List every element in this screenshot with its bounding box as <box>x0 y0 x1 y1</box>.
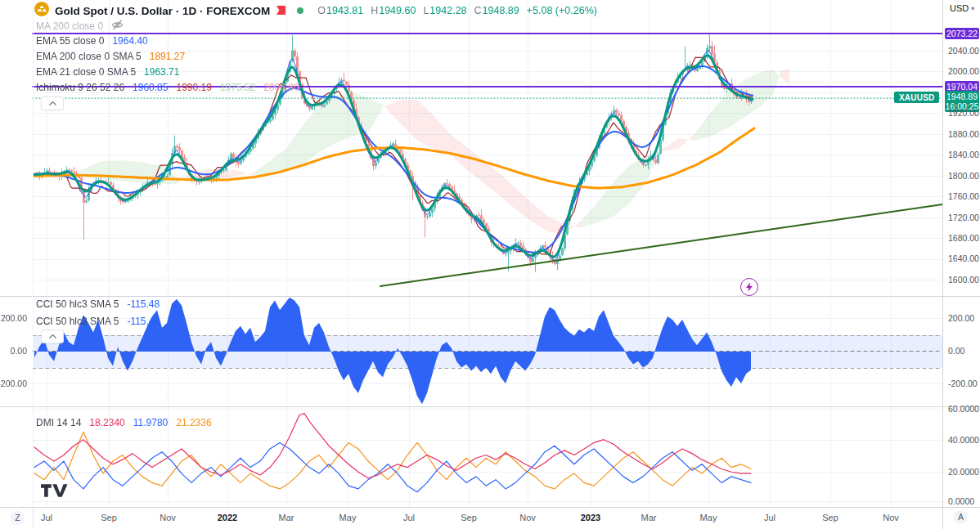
legend-row-dmi[interactable]: DMI 14 14 18.2340 11.9780 21.2336 <box>36 416 212 429</box>
auto-scale-button[interactable]: A <box>954 510 968 524</box>
price-tick-label: 1720.00 <box>948 213 979 222</box>
legend-row-cci-1[interactable]: CCI 50 hlc3 SMA 5 -115.48 <box>36 298 160 311</box>
price-tick-label: 1800.00 <box>948 171 979 181</box>
open-label: O <box>317 5 326 16</box>
adx-value: 18.2340 <box>89 417 124 428</box>
indicator-title: Ichimoku 9 26 52 26 <box>36 82 124 93</box>
pane-separator <box>943 296 980 297</box>
indicator-value: 1963.71 <box>144 66 179 78</box>
time-tick-label: Jul <box>752 513 788 522</box>
low-value: 1942.28 <box>429 5 466 16</box>
time-tick-label: May <box>330 513 366 522</box>
price-tick-label: 1840.00 <box>948 150 979 159</box>
chart-canvas[interactable] <box>0 0 980 529</box>
price-tick-label: -200.00 <box>948 379 978 388</box>
cci-tick-label: -200.00 <box>0 379 27 388</box>
price-tick-label: 0.0000 <box>948 496 974 506</box>
senkou-a-value: 1975.52 <box>220 82 255 93</box>
price-tick-label: 60.0000 <box>948 404 979 414</box>
timezone-button[interactable]: Z <box>11 511 25 525</box>
time-tick-label: Mar <box>631 513 667 522</box>
cci-left-axis: 200.000.00-200.00 <box>0 0 29 507</box>
eye-off-icon[interactable] <box>111 19 124 34</box>
symbol-price-tag: XAUUSD <box>894 92 939 103</box>
indicator-title: CCI 50 hlc3 SMA 5 <box>36 298 119 310</box>
change-value: +5.08 (+0.26%) <box>527 5 597 16</box>
time-tick-label: Nov <box>510 513 546 522</box>
price-tick-label: 2000.00 <box>948 66 979 76</box>
price-tick-label: 200.00 <box>948 313 974 323</box>
lightning-icon <box>746 282 753 292</box>
minus-di-value: 21.2336 <box>176 417 211 428</box>
indicator-title: MA 200 close 0 <box>36 20 103 32</box>
indicator-value: 1964.40 <box>112 35 147 47</box>
kijun-value: 1990.19 <box>176 82 211 93</box>
symbol-title: Gold Spot / U.S. Dollar · 1D · FOREXCOM <box>55 5 270 17</box>
legend-row-ma200-hidden[interactable]: MA 200 close 0 <box>36 20 124 33</box>
time-tick-label: 2022 <box>209 513 245 522</box>
legend-row-cci-2[interactable]: CCI 50 hlc3 SMA 5 -115.48 <box>36 315 160 328</box>
last-price-value: 1948.89 <box>945 92 979 101</box>
axis-separator <box>943 507 980 508</box>
lightning-boost-button[interactable] <box>740 278 758 296</box>
plus-di-value: 11.9780 <box>133 417 169 428</box>
legend-row-ema21[interactable]: EMA 21 close 0 SMA 5 1963.71 <box>36 65 179 78</box>
indicator-title: EMA 55 close 0 <box>36 35 104 47</box>
senkou-b-value: 2006.80 <box>263 82 299 93</box>
time-tick-label: Nov <box>873 513 909 522</box>
tradingview-chart-window: Gold Spot / U.S. Dollar · 1D · FOREXCOM … <box>0 0 980 529</box>
low-label: L <box>423 5 429 16</box>
indicator-value: 1891.27 <box>150 51 185 62</box>
time-tick-label: Sep <box>91 513 127 522</box>
close-label: C <box>474 5 482 16</box>
price-tick-label: 20.0000 <box>948 467 979 477</box>
symbol-legend-row[interactable]: Gold Spot / U.S. Dollar · 1D · FOREXCOM … <box>34 4 597 17</box>
close-value: 1948.89 <box>483 5 519 16</box>
indicator-title: DMI 14 14 <box>36 417 81 428</box>
symbol-logo-icon <box>34 2 49 20</box>
indicator-title: EMA 21 close 0 SMA 5 <box>36 66 136 78</box>
chevron-down-icon: ▾ <box>971 5 974 12</box>
price-tick-label: 1880.00 <box>948 129 979 139</box>
legend-row-ichimoku[interactable]: Ichimoku 9 26 52 26 1960.85 1990.19 1975… <box>36 81 299 94</box>
collapse-cci-legend-button[interactable] <box>41 330 64 343</box>
time-tick-label: May <box>690 513 726 522</box>
price-tick-label: 2040.00 <box>948 46 979 56</box>
indicator-title: CCI 50 hlc3 SMA 5 <box>36 316 119 327</box>
high-value: 1949.60 <box>379 5 416 16</box>
tenkan-value: 1960.85 <box>133 82 168 93</box>
price-tick-label: 1760.00 <box>948 191 979 201</box>
time-tick-label: Jul <box>29 513 65 522</box>
hline-price-badge: 2073.22 <box>945 28 979 39</box>
legend-row-ema55[interactable]: EMA 55 close 0 1964.40 <box>36 34 148 47</box>
indicator-value: -115.48 <box>127 298 160 310</box>
open-value: 1943.81 <box>326 5 363 16</box>
indicator-value: -115.48 <box>127 316 160 327</box>
price-tick-label: 40.0000 <box>948 435 979 445</box>
cci-tick-label: 200.00 <box>0 313 27 323</box>
time-tick-label: 2023 <box>573 513 609 522</box>
flag-icon[interactable] <box>276 3 286 18</box>
tradingview-logo[interactable] <box>41 484 68 500</box>
market-status-dot[interactable] <box>297 7 303 14</box>
price-axis[interactable]: USD ▾ 2073.22 1970.04 1948.89 16:00:25 A… <box>942 0 980 529</box>
time-axis[interactable]: Z JulSepNov2022MarMayJulSepNov2023MarMay… <box>0 507 942 529</box>
cci-tick-label: 0.00 <box>0 346 27 356</box>
price-tick-label: 1600.00 <box>948 275 979 285</box>
high-label: H <box>371 5 378 16</box>
legend-row-ema200[interactable]: EMA 200 close 0 SMA 5 1891.27 <box>36 50 185 63</box>
price-tick-label: 0.00 <box>948 346 964 356</box>
collapse-legend-button[interactable] <box>41 96 64 110</box>
time-tick-label: Nov <box>150 513 186 522</box>
price-tick-label: 1920.00 <box>948 108 979 118</box>
time-tick-label: Sep <box>451 513 487 522</box>
time-tick-label: Jul <box>391 513 427 522</box>
price-tick-label: 1680.00 <box>948 233 979 243</box>
price-tick-label: 1640.00 <box>948 253 979 263</box>
currency-unit-selector[interactable]: USD ▾ <box>950 3 974 13</box>
time-tick-label: Mar <box>268 513 304 522</box>
ohlc-values: O1943.81 H1949.60 L1942.28 C1948.89 +5.0… <box>317 5 597 16</box>
time-tick-label: Sep <box>812 513 848 522</box>
currency-label: USD <box>950 3 969 13</box>
indicator-title: EMA 200 close 0 SMA 5 <box>36 51 142 62</box>
